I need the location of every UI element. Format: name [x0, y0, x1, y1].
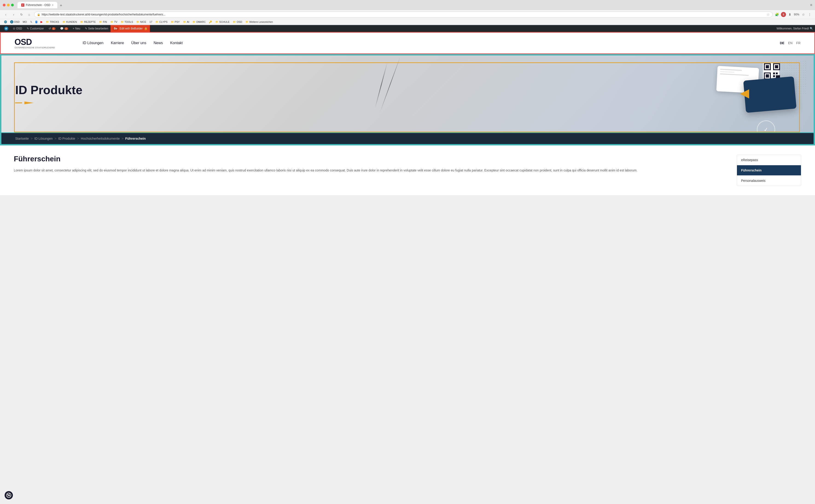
- nav-ueber-uns[interactable]: Über uns: [131, 41, 146, 45]
- sidebar-item-fuehrerschein[interactable]: Führerschein: [737, 165, 801, 176]
- wp-edit-page-item[interactable]: ✎ Seite bearbeiten: [83, 25, 110, 32]
- bookmark-youtube[interactable]: ▶: [39, 20, 44, 24]
- bookmark-fin[interactable]: 📁 FIN: [98, 20, 108, 24]
- wp-admin-right: Willkommen, Stefan Friedl 🔍: [777, 27, 813, 30]
- bookmark-tools[interactable]: 📁 TOOLS: [119, 20, 134, 24]
- bookmark-weitere[interactable]: 📁 Weitere Lesezeichen: [244, 20, 274, 24]
- lock-icon: 🔒: [37, 13, 40, 16]
- nav-kontakt[interactable]: Kontakt: [170, 41, 182, 45]
- bookmark-weitere-label: Weitere Lesezeichen: [249, 20, 273, 23]
- bookmark-nice-label: NICE: [140, 20, 146, 23]
- traffic-light-red[interactable]: [3, 4, 6, 6]
- window-controls-right[interactable]: ≡: [810, 3, 812, 7]
- bookmark-mo[interactable]: MO: [21, 20, 28, 24]
- svg-rect-5: [775, 65, 778, 68]
- bookmark-x[interactable]: 𝕏: [29, 20, 34, 24]
- profile-avatar: S: [781, 12, 786, 17]
- bookmark-ai[interactable]: 📁 AI: [182, 20, 191, 24]
- wp-site-item[interactable]: ⊙ OSD: [11, 25, 24, 32]
- lang-de[interactable]: DE: [780, 41, 784, 45]
- bookmark-17[interactable]: 17: [148, 20, 153, 24]
- browser-chrome: F Führerschein - OSD × + ≡ ‹ › ↻ ⌂ 🔒 htt…: [0, 0, 815, 25]
- cookie-icon[interactable]: [5, 491, 13, 499]
- lang-en[interactable]: EN: [788, 41, 792, 45]
- logo-subtitle: ÖSTERREICHISCHE STAATSDRUCKEREI: [14, 46, 55, 49]
- lang-fr[interactable]: FR: [796, 41, 801, 45]
- wp-admin-bar: W ⊙ OSD ✎ Customizer ↺ 1 💬 0 + Neu ✎ Sei…: [0, 25, 815, 32]
- downloads-button[interactable]: ⬇: [787, 12, 792, 17]
- extensions-button[interactable]: 🧩: [774, 12, 780, 17]
- refresh-button[interactable]: ↻: [18, 12, 24, 17]
- breadcrumb-fuehrerschein: Führerschein: [125, 137, 146, 140]
- wp-new-item[interactable]: + Neu: [70, 25, 83, 32]
- wp-bebuilder-item[interactable]: Be Edit with BeBuilder 🔒: [110, 25, 150, 32]
- bookmark-dmarc[interactable]: 📁 DMARC: [191, 20, 207, 24]
- sidebar-item-personalausweis[interactable]: Personalausweis: [737, 176, 801, 186]
- wp-comments-badge: 0: [64, 27, 68, 30]
- site-logo[interactable]: OSD ÖSTERREICHISCHE STAATSDRUCKEREI: [14, 37, 55, 49]
- bookmark-key-icon[interactable]: 🔑: [207, 20, 213, 24]
- arrow-line: [15, 102, 22, 103]
- bookmark-clyps[interactable]: 📁 CLYPS: [154, 20, 169, 24]
- bookmark-tv[interactable]: 📁 TV: [109, 20, 119, 24]
- back-button[interactable]: ‹: [3, 12, 9, 17]
- bookmark-star-icon[interactable]: ☆: [767, 13, 770, 16]
- browser-tab-active[interactable]: F Führerschein - OSD ×: [17, 2, 57, 8]
- bookmark-schule-label: SCHULE: [219, 20, 229, 23]
- bookmark-wp[interactable]: W: [3, 20, 8, 24]
- breadcrumb-id-produkte[interactable]: ID Produkte: [58, 137, 75, 140]
- bookmark-osd-circle[interactable]: ⊙ OSD: [9, 20, 21, 24]
- bookmark-kunden-label: KUNDEN: [66, 20, 77, 23]
- bookmark-ai-label: AI: [187, 20, 189, 23]
- sidebar-item-ereisepass[interactable]: eReisepass: [737, 155, 801, 165]
- bookmark-nice[interactable]: 📁 NICE: [135, 20, 148, 24]
- bookmark-facebook[interactable]: f: [34, 20, 39, 24]
- logo-text: OSD: [14, 37, 55, 47]
- wp-search-icon[interactable]: 🔍: [810, 27, 813, 30]
- svg-point-15: [9, 494, 10, 494]
- bookmark-x-label: 𝕏: [30, 20, 32, 23]
- bookmark-key: 🔑: [209, 20, 212, 23]
- nav-news[interactable]: News: [153, 41, 163, 45]
- star-icon[interactable]: ☆: [801, 12, 806, 17]
- wp-logo-item[interactable]: W: [2, 25, 11, 32]
- address-bar[interactable]: 🔒 https://website-test.staatsdruckerei.a…: [34, 12, 773, 17]
- bookmark-tricks[interactable]: 📁 TRICKS: [44, 20, 60, 24]
- breadcrumb-id-loesungen[interactable]: ID Lösungen: [34, 137, 52, 140]
- hero-content: ID Produkte: [1, 70, 96, 118]
- site-header: OSD ÖSTERREICHISCHE STAATSDRUCKEREI ID L…: [0, 32, 815, 54]
- bookmark-rezepte[interactable]: 📁 REZEPTE: [79, 20, 97, 24]
- nav-karriere[interactable]: Karriere: [111, 41, 124, 45]
- wp-logo-icon: W: [4, 26, 8, 31]
- svg-rect-2: [766, 65, 769, 68]
- bookmark-tv-label: TV: [114, 20, 117, 23]
- wp-comments-item[interactable]: 💬 0: [58, 25, 70, 32]
- wp-bebuilder-lock-icon: 🔒: [144, 27, 148, 30]
- traffic-light-green[interactable]: [11, 4, 14, 6]
- website-wrapper: OSD ÖSTERREICHISCHE STAATSDRUCKEREI ID L…: [0, 32, 815, 195]
- bookmark-rezepte-label: REZEPTE: [84, 20, 96, 23]
- wp-welcome-text: Willkommen, Stefan Friedl: [777, 27, 809, 30]
- bookmark-psy[interactable]: 📁 PSY: [169, 20, 181, 24]
- svg-point-17: [8, 496, 8, 496]
- bookmarks-bar: W ⊙ OSD MO 𝕏 f ▶ 📁 TRICKS 📁 KUNDEN 📁 REZ…: [0, 19, 815, 25]
- breadcrumb-startseite[interactable]: Startseite: [15, 137, 29, 140]
- bookmark-osd[interactable]: 📁 OSD: [231, 20, 243, 24]
- nav-right-icons: 🧩 S ⬇ 90% ☆ ⋮: [774, 12, 812, 17]
- forward-button[interactable]: ›: [11, 12, 17, 17]
- nav-id-loesungen[interactable]: ID Lösungen: [83, 41, 104, 45]
- more-menu-button[interactable]: ⋮: [807, 12, 812, 17]
- wp-bebuilder-icon: Be: [113, 27, 118, 30]
- bookmark-kunden[interactable]: 📁 KUNDEN: [61, 20, 78, 24]
- profile-button[interactable]: S: [781, 12, 786, 17]
- traffic-light-yellow[interactable]: [7, 4, 10, 6]
- wp-updates-item[interactable]: ↺ 1: [46, 25, 58, 32]
- new-tab-button[interactable]: +: [58, 3, 64, 8]
- breadcrumb-hochsicherheit[interactable]: Hochsicherheitsdokumente: [81, 137, 120, 140]
- wp-customizer-item[interactable]: ✎ Customizer: [24, 25, 46, 32]
- bookmark-facebook-label: f: [35, 21, 38, 23]
- bookmark-clyps-label: CLYPS: [159, 20, 167, 23]
- tab-close-button[interactable]: ×: [52, 3, 54, 7]
- home-button[interactable]: ⌂: [26, 12, 32, 17]
- bookmark-schule[interactable]: 📁 SCHULE: [214, 20, 231, 24]
